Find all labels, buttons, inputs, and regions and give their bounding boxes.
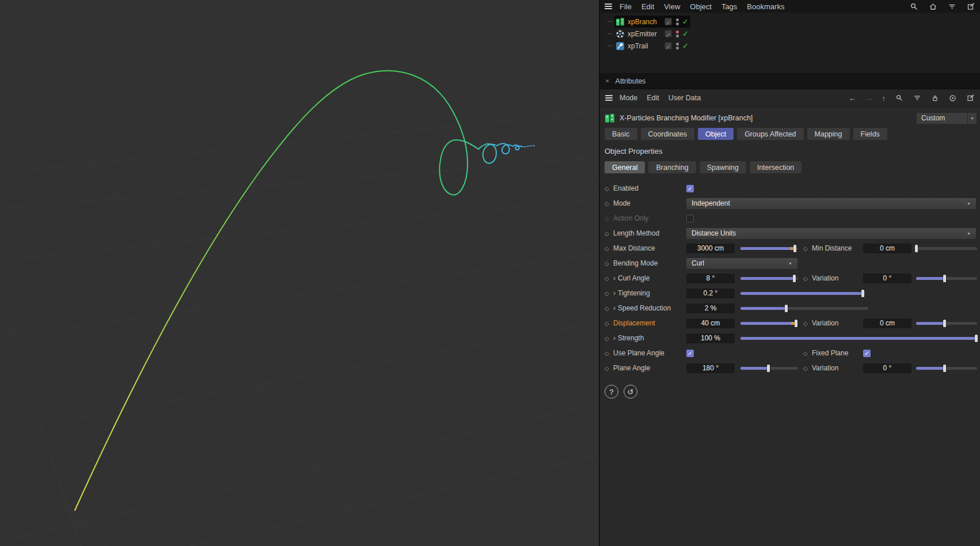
enabled-check-icon[interactable] xyxy=(682,41,689,50)
object-row-xpbranch[interactable]: xpBranch xyxy=(606,16,689,28)
tab-mapping[interactable]: Mapping xyxy=(807,128,850,140)
menu-edit[interactable]: Edit xyxy=(641,2,654,11)
prop-label: Length Method xyxy=(613,229,659,237)
tab-fields[interactable]: Fields xyxy=(853,128,887,140)
strength-input[interactable]: 100 % xyxy=(686,333,735,343)
prop-row-speed-reduction: Speed Reduction 2 % xyxy=(605,301,978,316)
object-name[interactable]: xpEmitter xyxy=(628,30,664,38)
expand-arrow-icon[interactable] xyxy=(613,334,618,342)
visibility-dots[interactable] xyxy=(676,31,679,37)
curl-angle-slider[interactable] xyxy=(740,277,798,280)
tab-object[interactable]: Object xyxy=(698,128,734,140)
up-icon[interactable]: ↑ xyxy=(882,94,886,103)
object-row-xptrail[interactable]: xpTrail xyxy=(606,40,689,52)
enabled-check-icon[interactable] xyxy=(682,29,689,38)
chevron-down-icon xyxy=(967,202,971,206)
attr-menu-edit[interactable]: Edit xyxy=(647,94,659,102)
lock-icon[interactable] xyxy=(930,93,939,103)
attributes-hamburger-icon[interactable] xyxy=(605,95,613,101)
visibility-dots[interactable] xyxy=(676,43,679,50)
forward-icon[interactable]: → xyxy=(865,94,873,103)
layer-toggle[interactable] xyxy=(664,18,672,25)
displacement-slider[interactable] xyxy=(740,322,798,325)
menu-view[interactable]: View xyxy=(664,2,680,11)
reset-button[interactable]: ↺ xyxy=(624,385,637,399)
viewport-scene xyxy=(0,0,599,546)
diamond-icon xyxy=(605,365,613,371)
displacement-variation-slider[interactable] xyxy=(916,322,977,325)
length-method-dropdown[interactable]: Distance Units xyxy=(686,228,976,239)
tab-groups-affected[interactable]: Groups Affected xyxy=(737,128,803,140)
close-icon[interactable]: ✕ xyxy=(605,78,610,84)
min-distance-input[interactable]: 0 cm xyxy=(863,244,911,253)
visibility-dots[interactable] xyxy=(676,18,679,25)
back-icon[interactable]: ← xyxy=(849,94,856,103)
enabled-check-icon[interactable] xyxy=(682,17,689,26)
diamond-icon xyxy=(605,320,613,327)
object-row-xpemitter[interactable]: xpEmitter xyxy=(606,28,689,40)
filter-icon[interactable] xyxy=(947,2,956,11)
menu-object[interactable]: Object xyxy=(690,2,712,11)
speed-reduction-input[interactable]: 2 % xyxy=(686,304,735,313)
displacement-variation-input[interactable]: 0 cm xyxy=(863,318,911,328)
tab-basic[interactable]: Basic xyxy=(605,128,637,140)
object-name[interactable]: xpBranch xyxy=(628,18,664,26)
tightening-input[interactable]: 0.2 ° xyxy=(686,289,735,298)
layer-toggle[interactable] xyxy=(664,30,672,37)
subtab-general[interactable]: General xyxy=(605,161,645,173)
object-name[interactable]: xpTrail xyxy=(628,42,664,50)
preset-value[interactable]: Custom xyxy=(917,113,967,124)
strength-slider[interactable] xyxy=(740,337,979,340)
menu-file[interactable]: File xyxy=(620,2,632,11)
plane-angle-variation-slider[interactable] xyxy=(916,367,977,370)
plane-angle-input[interactable]: 180 ° xyxy=(686,363,735,373)
object-manager: xpBranch xpEmitter xyxy=(600,13,980,74)
plane-angle-slider[interactable] xyxy=(740,367,798,370)
menu-hamburger-icon[interactable] xyxy=(605,3,612,9)
menu-tags[interactable]: Tags xyxy=(721,2,737,11)
speed-reduction-slider[interactable] xyxy=(740,307,868,310)
help-button[interactable]: ? xyxy=(605,385,618,399)
mode-dropdown[interactable]: Independent xyxy=(686,198,976,209)
preset-dropdown[interactable]: Custom xyxy=(917,113,977,124)
action-only-checkbox[interactable] xyxy=(686,215,694,222)
home-icon[interactable] xyxy=(928,2,937,11)
attr-menu-mode[interactable]: Mode xyxy=(620,94,637,102)
tightening-slider[interactable] xyxy=(740,292,865,295)
max-distance-input[interactable]: 3000 cm xyxy=(686,244,735,253)
use-plane-angle-checkbox[interactable] xyxy=(686,350,694,357)
target-icon[interactable] xyxy=(948,93,957,103)
curl-variation-input[interactable]: 0 ° xyxy=(863,274,911,283)
filter-icon[interactable] xyxy=(913,93,921,103)
expand-arrow-icon[interactable] xyxy=(613,274,618,282)
compose-icon[interactable] xyxy=(966,93,975,103)
chevron-down-icon[interactable] xyxy=(967,113,977,124)
subtab-spawning[interactable]: Spawning xyxy=(700,161,746,173)
expand-arrow-icon[interactable] xyxy=(613,304,618,312)
enabled-checkbox[interactable] xyxy=(686,185,694,192)
search-icon[interactable] xyxy=(895,93,903,103)
subtab-branching[interactable]: Branching xyxy=(648,161,696,173)
diamond-icon xyxy=(605,245,613,252)
min-distance-slider[interactable] xyxy=(916,247,977,250)
fixed-plane-checkbox[interactable] xyxy=(863,350,871,357)
prop-row-strength: Strength 100 % xyxy=(605,331,978,346)
bending-mode-dropdown[interactable]: Curl xyxy=(686,258,797,269)
diamond-icon xyxy=(803,275,812,282)
search-icon[interactable] xyxy=(909,2,918,11)
tab-coordinates[interactable]: Coordinates xyxy=(641,128,694,140)
attr-menu-user-data[interactable]: User Data xyxy=(668,94,701,102)
prop-row-use-plane-angle: Use Plane Angle Fixed Plane xyxy=(605,346,978,361)
subtab-intersection[interactable]: Intersection xyxy=(750,161,802,173)
displacement-input[interactable]: 40 cm xyxy=(686,318,735,328)
layer-toggle[interactable] xyxy=(664,42,672,50)
prop-label: Max Distance xyxy=(613,244,655,252)
curl-variation-slider[interactable] xyxy=(916,277,977,280)
curl-angle-input[interactable]: 8 ° xyxy=(686,274,735,283)
3d-viewport[interactable] xyxy=(0,0,599,546)
menu-bookmarks[interactable]: Bookmarks xyxy=(747,2,784,11)
plane-angle-variation-input[interactable]: 0 ° xyxy=(863,363,911,373)
max-distance-slider[interactable] xyxy=(740,247,798,250)
compose-icon[interactable] xyxy=(966,2,975,11)
expand-arrow-icon[interactable] xyxy=(613,289,618,297)
